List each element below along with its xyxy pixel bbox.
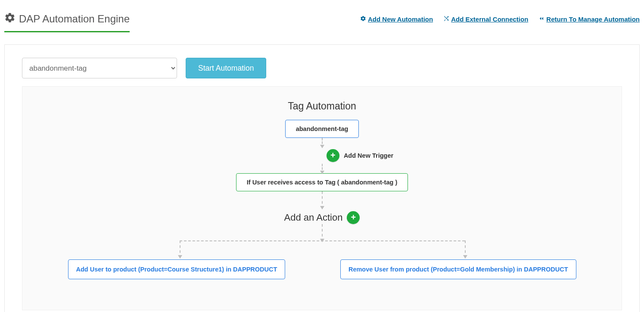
connector-line xyxy=(322,138,323,147)
connector-line xyxy=(322,191,323,209)
double-chevron-left-icon xyxy=(538,16,544,23)
action-node-add-user[interactable]: Add User to product (Product=Course Stru… xyxy=(68,259,286,279)
shuffle-icon xyxy=(443,16,449,23)
content-panel: abandonment-tag Start Automation Tag Aut… xyxy=(4,44,640,312)
add-action-label: Add an Action xyxy=(284,212,343,223)
link-text: Return To Manage Automation xyxy=(546,16,640,23)
connector-line xyxy=(322,164,323,173)
automation-canvas: Tag Automation abandonment-tag Add New T… xyxy=(22,86,622,310)
tag-node[interactable]: abandonment-tag xyxy=(285,120,359,138)
add-trigger-plus-icon[interactable] xyxy=(327,149,339,162)
page-title: DAP Automation Engine xyxy=(4,12,130,32)
add-trigger-label: Add New Trigger xyxy=(344,152,393,159)
gears-icon xyxy=(4,12,16,26)
add-trigger-row: Add New Trigger xyxy=(327,149,393,162)
canvas-title: Tag Automation xyxy=(288,100,356,112)
toolbar: abandonment-tag Start Automation xyxy=(22,58,622,78)
branch-connector: Add User to product (Product=Course Stru… xyxy=(40,240,604,279)
return-to-manage-link[interactable]: Return To Manage Automation xyxy=(538,16,640,23)
automation-select[interactable]: abandonment-tag xyxy=(22,58,177,78)
page-title-text: DAP Automation Engine xyxy=(19,13,130,25)
connector-line xyxy=(465,240,466,258)
link-text: Add External Connection xyxy=(451,16,528,23)
header-links: Add New Automation Add External Connecti… xyxy=(360,12,640,23)
connector-line xyxy=(180,240,180,258)
connector-line xyxy=(322,224,323,241)
add-action-plus-icon[interactable] xyxy=(347,211,360,224)
start-automation-button[interactable]: Start Automation xyxy=(186,58,266,78)
gears-icon xyxy=(360,16,366,23)
add-external-connection-link[interactable]: Add External Connection xyxy=(443,16,528,23)
add-action-row: Add an Action xyxy=(284,211,360,224)
link-text: Add New Automation xyxy=(368,16,433,23)
action-node-remove-user[interactable]: Remove User from product (Product=Gold M… xyxy=(340,259,576,279)
add-new-automation-link[interactable]: Add New Automation xyxy=(360,16,433,23)
trigger-node[interactable]: If User receives access to Tag ( abandon… xyxy=(236,173,408,191)
